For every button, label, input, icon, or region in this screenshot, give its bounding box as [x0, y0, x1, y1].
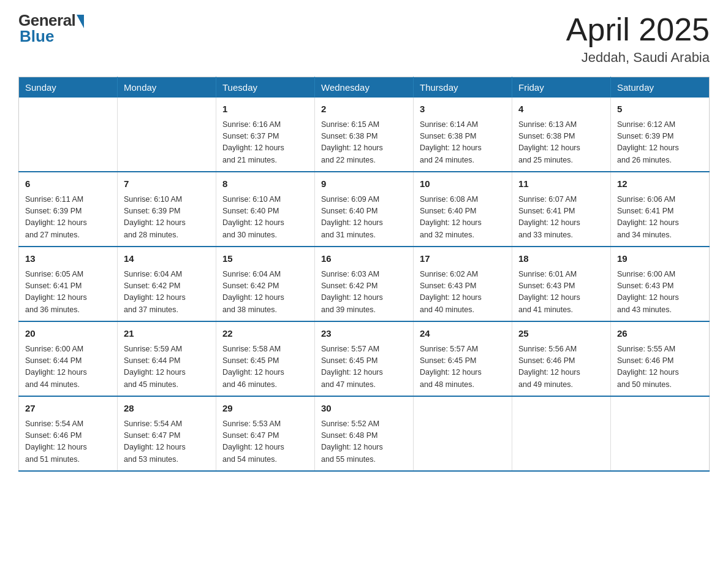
day-number: 4 — [518, 102, 604, 117]
calendar-cell: 7Sunrise: 6:10 AM Sunset: 6:39 PM Daylig… — [118, 172, 216, 247]
calendar-week-row: 20Sunrise: 6:00 AM Sunset: 6:44 PM Dayli… — [19, 321, 710, 396]
calendar-cell: 4Sunrise: 6:13 AM Sunset: 6:38 PM Daylig… — [512, 98, 611, 172]
calendar-week-row: 13Sunrise: 6:05 AM Sunset: 6:41 PM Dayli… — [19, 247, 710, 321]
calendar-cell: 5Sunrise: 6:12 AM Sunset: 6:39 PM Daylig… — [611, 98, 710, 172]
day-info: Sunrise: 6:10 AM Sunset: 6:40 PM Dayligh… — [222, 194, 308, 242]
day-number: 11 — [518, 177, 604, 191]
day-info: Sunrise: 6:08 AM Sunset: 6:40 PM Dayligh… — [420, 194, 506, 242]
day-number: 10 — [420, 177, 506, 191]
day-info: Sunrise: 6:00 AM Sunset: 6:43 PM Dayligh… — [617, 269, 703, 316]
day-number: 12 — [617, 177, 703, 191]
calendar-week-row: 1Sunrise: 6:16 AM Sunset: 6:37 PM Daylig… — [19, 98, 710, 172]
calendar-cell: 25Sunrise: 5:56 AM Sunset: 6:46 PM Dayli… — [512, 321, 611, 396]
day-number: 15 — [222, 252, 308, 266]
day-info: Sunrise: 5:55 AM Sunset: 6:46 PM Dayligh… — [617, 343, 703, 391]
day-number: 14 — [124, 252, 210, 266]
day-info: Sunrise: 6:02 AM Sunset: 6:43 PM Dayligh… — [420, 269, 506, 316]
calendar-cell: 18Sunrise: 6:01 AM Sunset: 6:43 PM Dayli… — [512, 247, 611, 321]
weekday-header-sunday: Sunday — [19, 77, 118, 98]
calendar-cell — [512, 396, 611, 471]
calendar-header-row: SundayMondayTuesdayWednesdayThursdayFrid… — [19, 77, 710, 98]
day-info: Sunrise: 5:53 AM Sunset: 6:47 PM Dayligh… — [222, 418, 308, 466]
day-info: Sunrise: 6:01 AM Sunset: 6:43 PM Dayligh… — [518, 269, 604, 316]
day-info: Sunrise: 5:59 AM Sunset: 6:44 PM Dayligh… — [124, 343, 210, 391]
calendar-cell: 1Sunrise: 6:16 AM Sunset: 6:37 PM Daylig… — [216, 98, 315, 172]
calendar-cell: 6Sunrise: 6:11 AM Sunset: 6:39 PM Daylig… — [19, 172, 118, 247]
calendar-cell: 17Sunrise: 6:02 AM Sunset: 6:43 PM Dayli… — [414, 247, 512, 321]
calendar-cell: 30Sunrise: 5:52 AM Sunset: 6:48 PM Dayli… — [315, 396, 414, 471]
day-number: 1 — [222, 102, 308, 117]
calendar-cell: 20Sunrise: 6:00 AM Sunset: 6:44 PM Dayli… — [19, 321, 118, 396]
day-number: 5 — [617, 102, 703, 117]
calendar-cell: 27Sunrise: 5:54 AM Sunset: 6:46 PM Dayli… — [19, 396, 118, 471]
calendar-cell: 12Sunrise: 6:06 AM Sunset: 6:41 PM Dayli… — [611, 172, 710, 247]
calendar-cell: 11Sunrise: 6:07 AM Sunset: 6:41 PM Dayli… — [512, 172, 611, 247]
day-info: Sunrise: 6:00 AM Sunset: 6:44 PM Dayligh… — [25, 343, 111, 391]
day-number: 16 — [321, 252, 407, 266]
calendar-cell: 9Sunrise: 6:09 AM Sunset: 6:40 PM Daylig… — [315, 172, 414, 247]
day-info: Sunrise: 5:58 AM Sunset: 6:45 PM Dayligh… — [222, 343, 308, 391]
calendar-cell: 28Sunrise: 5:54 AM Sunset: 6:47 PM Dayli… — [118, 396, 216, 471]
calendar-cell — [414, 396, 512, 471]
calendar-cell: 16Sunrise: 6:03 AM Sunset: 6:42 PM Dayli… — [315, 247, 414, 321]
calendar-cell: 24Sunrise: 5:57 AM Sunset: 6:45 PM Dayli… — [414, 321, 512, 396]
day-info: Sunrise: 6:07 AM Sunset: 6:41 PM Dayligh… — [518, 194, 604, 242]
calendar-cell: 8Sunrise: 6:10 AM Sunset: 6:40 PM Daylig… — [216, 172, 315, 247]
day-number: 30 — [321, 402, 407, 416]
day-info: Sunrise: 6:05 AM Sunset: 6:41 PM Dayligh… — [25, 269, 111, 316]
day-number: 22 — [222, 327, 308, 341]
day-info: Sunrise: 5:57 AM Sunset: 6:45 PM Dayligh… — [321, 343, 407, 391]
weekday-header-saturday: Saturday — [611, 77, 710, 98]
calendar-cell — [611, 396, 710, 471]
day-info: Sunrise: 6:15 AM Sunset: 6:38 PM Dayligh… — [321, 119, 407, 167]
calendar-cell: 14Sunrise: 6:04 AM Sunset: 6:42 PM Dayli… — [118, 247, 216, 321]
day-info: Sunrise: 6:13 AM Sunset: 6:38 PM Dayligh… — [518, 119, 604, 167]
title-block: April 2025 Jeddah, Saudi Arabia — [566, 12, 710, 66]
calendar-cell: 2Sunrise: 6:15 AM Sunset: 6:38 PM Daylig… — [315, 98, 414, 172]
day-number: 25 — [518, 327, 604, 341]
logo: General Blue — [18, 12, 84, 44]
calendar-cell: 23Sunrise: 5:57 AM Sunset: 6:45 PM Dayli… — [315, 321, 414, 396]
day-number: 9 — [321, 177, 407, 191]
day-info: Sunrise: 6:04 AM Sunset: 6:42 PM Dayligh… — [124, 269, 210, 316]
day-number: 19 — [617, 252, 703, 266]
weekday-header-wednesday: Wednesday — [315, 77, 414, 98]
day-info: Sunrise: 5:54 AM Sunset: 6:47 PM Dayligh… — [124, 418, 210, 466]
day-number: 3 — [420, 102, 506, 117]
day-info: Sunrise: 6:16 AM Sunset: 6:37 PM Dayligh… — [222, 119, 308, 167]
day-number: 29 — [222, 402, 308, 416]
calendar-cell: 10Sunrise: 6:08 AM Sunset: 6:40 PM Dayli… — [414, 172, 512, 247]
day-number: 21 — [124, 327, 210, 341]
calendar-cell: 19Sunrise: 6:00 AM Sunset: 6:43 PM Dayli… — [611, 247, 710, 321]
calendar-cell — [118, 98, 216, 172]
calendar-title: April 2025 — [566, 12, 710, 47]
weekday-header-monday: Monday — [118, 77, 216, 98]
day-info: Sunrise: 6:04 AM Sunset: 6:42 PM Dayligh… — [222, 269, 308, 316]
day-number: 13 — [25, 252, 111, 266]
calendar-cell: 26Sunrise: 5:55 AM Sunset: 6:46 PM Dayli… — [611, 321, 710, 396]
day-number: 17 — [420, 252, 506, 266]
calendar-cell — [19, 98, 118, 172]
day-number: 2 — [321, 102, 407, 117]
day-info: Sunrise: 6:10 AM Sunset: 6:39 PM Dayligh… — [124, 194, 210, 242]
weekday-header-thursday: Thursday — [414, 77, 512, 98]
calendar-table: SundayMondayTuesdayWednesdayThursdayFrid… — [18, 77, 710, 472]
day-info: Sunrise: 5:56 AM Sunset: 6:46 PM Dayligh… — [518, 343, 604, 391]
logo-general-text: General — [18, 12, 75, 28]
weekday-header-friday: Friday — [512, 77, 611, 98]
calendar-week-row: 6Sunrise: 6:11 AM Sunset: 6:39 PM Daylig… — [19, 172, 710, 247]
day-number: 8 — [222, 177, 308, 191]
day-number: 6 — [25, 177, 111, 191]
day-number: 23 — [321, 327, 407, 341]
calendar-cell: 22Sunrise: 5:58 AM Sunset: 6:45 PM Dayli… — [216, 321, 315, 396]
day-number: 18 — [518, 252, 604, 266]
logo-blue-text: Blue — [20, 27, 54, 45]
day-info: Sunrise: 6:14 AM Sunset: 6:38 PM Dayligh… — [420, 119, 506, 167]
calendar-cell: 21Sunrise: 5:59 AM Sunset: 6:44 PM Dayli… — [118, 321, 216, 396]
day-info: Sunrise: 6:03 AM Sunset: 6:42 PM Dayligh… — [321, 269, 407, 316]
day-number: 20 — [25, 327, 111, 341]
day-number: 26 — [617, 327, 703, 341]
day-number: 7 — [124, 177, 210, 191]
day-number: 24 — [420, 327, 506, 341]
calendar-cell: 13Sunrise: 6:05 AM Sunset: 6:41 PM Dayli… — [19, 247, 118, 321]
